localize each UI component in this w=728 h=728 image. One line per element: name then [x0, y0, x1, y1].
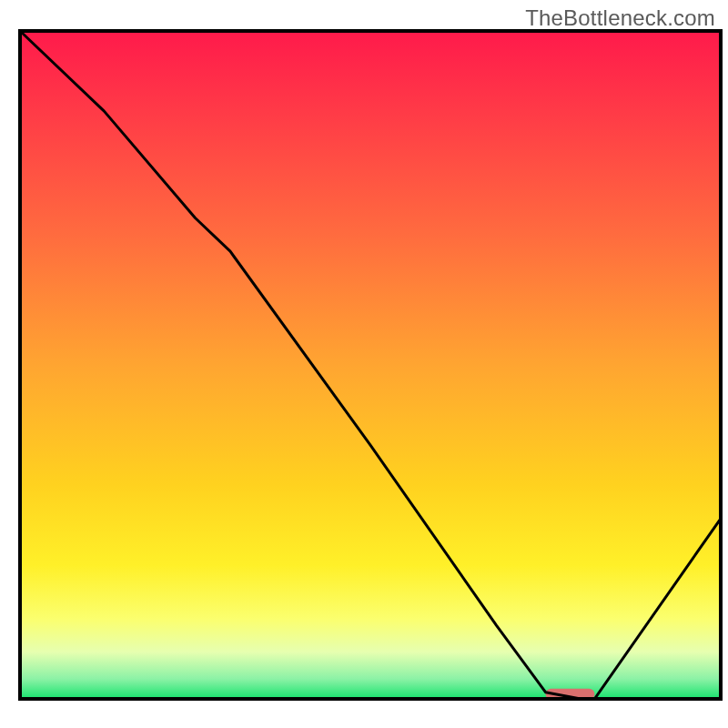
bottleneck-chart: TheBottleneck.com [0, 0, 728, 728]
chart-canvas [0, 0, 728, 728]
watermark-text: TheBottleneck.com [525, 5, 715, 31]
gradient-background [20, 31, 721, 699]
